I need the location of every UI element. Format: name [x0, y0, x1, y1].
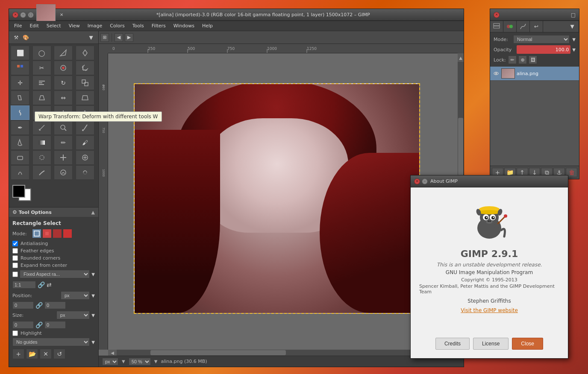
antialiasing-checkbox[interactable] [12, 241, 18, 246]
fixed-aspect-select[interactable]: Fixed Aspect ra... [20, 270, 90, 278]
mode-select[interactable]: Normal [513, 35, 570, 44]
smudge-button[interactable] [32, 165, 51, 180]
about-close-dialog-button[interactable]: Close [512, 338, 543, 350]
size-w-input[interactable] [12, 321, 34, 329]
nav-zoom-fit-icon[interactable]: ⊞ [100, 33, 109, 42]
ellipse-select-button[interactable]: ◯ [32, 46, 51, 60]
highlight-checkbox[interactable] [12, 330, 18, 336]
size-unit-arrow[interactable]: ▼ [91, 313, 95, 318]
close-window-button[interactable]: ✕ [12, 12, 18, 18]
toolbox-scroll-icon[interactable]: ▼ [87, 34, 95, 41]
menu-help[interactable]: Help [199, 22, 216, 29]
blend-button[interactable] [32, 135, 51, 150]
zoom-button[interactable] [54, 120, 73, 135]
rounded-corners-label[interactable]: Rounded corners [21, 255, 60, 261]
scrollbar-left-button[interactable]: ◀ [108, 350, 117, 356]
minimize-window-button[interactable]: – [20, 12, 26, 18]
dodge-burn-button[interactable] [11, 165, 29, 180]
status-unit-select[interactable]: px [102, 358, 118, 365]
layer-item-alina[interactable]: alina.png [490, 67, 579, 81]
menu-colors[interactable]: Colors [106, 22, 128, 29]
about-close-button[interactable]: ✕ [414, 178, 420, 184]
mode-add-button[interactable] [42, 229, 52, 238]
menu-image[interactable]: Image [84, 22, 106, 29]
tool-preset-open-button[interactable]: 📂 [26, 349, 38, 359]
crop-button[interactable] [76, 61, 94, 75]
menu-tools[interactable]: Tools [129, 22, 147, 29]
expand-center-checkbox[interactable] [12, 263, 18, 268]
panel-menu-button[interactable]: ▼ [566, 21, 579, 32]
lock-pixels-button[interactable]: ✏ [508, 56, 517, 64]
position-x-input[interactable] [12, 301, 34, 309]
tool-preset-delete-button[interactable]: ✕ [40, 349, 52, 359]
tab-paths[interactable] [517, 21, 530, 32]
rounded-corners-checkbox[interactable] [12, 255, 18, 261]
mode-new-button[interactable] [32, 229, 41, 238]
scissors-button[interactable]: ✂ [32, 61, 51, 75]
menu-file[interactable]: File [11, 22, 25, 29]
opacity-step-down[interactable]: ▼ [572, 47, 576, 52]
position-unit-arrow[interactable]: ▼ [91, 293, 95, 298]
visit-website-link[interactable]: Visit the GIMP website [461, 307, 518, 313]
maximize-window-button[interactable]: □ [28, 12, 34, 18]
align-button[interactable] [32, 76, 51, 90]
position-unit-select[interactable]: px [61, 291, 90, 300]
window-close-icon[interactable]: ✕ [60, 12, 63, 17]
highlight-label[interactable]: Highlight [21, 330, 42, 336]
position-y-input[interactable] [44, 301, 66, 309]
expand-center-label[interactable]: Expand from center [21, 263, 67, 268]
size-h-input[interactable] [44, 321, 66, 329]
tool-preset-new-button[interactable]: + [12, 349, 24, 359]
tab-layers[interactable] [490, 21, 503, 32]
guides-select[interactable]: No guides [12, 338, 90, 346]
nav-right-arrow[interactable]: ▶ [125, 33, 133, 42]
layer-visibility-button[interactable] [493, 70, 500, 77]
about-min-button[interactable]: – [422, 178, 428, 184]
ratio-input[interactable] [12, 281, 36, 289]
move-button[interactable]: ✛ [11, 76, 29, 90]
tool-preset-restore-button[interactable]: ↺ [53, 349, 65, 359]
lock-alpha-button[interactable]: 🖼 [529, 56, 537, 64]
tool-options-scroll[interactable]: ▲ [91, 210, 95, 215]
status-unit-arrow[interactable]: ▼ [122, 359, 125, 364]
status-zoom-arrow[interactable]: ▼ [154, 359, 158, 364]
status-zoom-select[interactable]: 50 % [129, 358, 151, 365]
perspective-button[interactable] [32, 91, 51, 105]
mode-intersect-button[interactable] [63, 229, 72, 238]
feather-edges-label[interactable]: Feather edges [21, 248, 54, 254]
size-unit-select[interactable]: px [56, 311, 90, 319]
nav-left-arrow[interactable]: ◀ [115, 33, 123, 42]
color-rotate-button[interactable] [76, 165, 94, 180]
fixed-aspect-arrow[interactable]: ▼ [91, 272, 95, 277]
lock-position-button[interactable]: ⊕ [518, 56, 527, 64]
foreground-color-swatch[interactable] [12, 185, 25, 198]
ink-button[interactable]: ✒ [11, 120, 29, 135]
scale-button[interactable] [76, 76, 94, 90]
ratio-swap-icon[interactable]: ⇄ [47, 281, 52, 288]
antialiasing-label[interactable]: Antialiasing [21, 241, 48, 246]
tab-channels[interactable] [503, 21, 517, 32]
color-picker-button[interactable] [76, 120, 94, 135]
measure-button[interactable] [32, 120, 51, 135]
eraser-button[interactable] [11, 150, 29, 165]
select-by-color-button[interactable] [11, 61, 29, 75]
paintbrush-button[interactable]: 🖌 [76, 135, 94, 150]
menu-windows[interactable]: Windows [170, 22, 198, 29]
airbrush-button[interactable] [32, 150, 51, 165]
foreground-select-button[interactable] [54, 61, 73, 75]
opacity-slider[interactable]: 100.0 [517, 45, 570, 54]
menu-edit[interactable]: Edit [26, 22, 42, 29]
bucket-fill-button[interactable] [11, 135, 29, 150]
toolbox-tab-icon[interactable]: ⚒ [12, 34, 20, 41]
convolve-button[interactable] [54, 165, 73, 180]
mode-select-arrow[interactable]: ▼ [572, 37, 576, 42]
shear-button[interactable] [11, 91, 29, 105]
cage-button[interactable] [76, 91, 94, 105]
flip-button[interactable]: ⇔ [54, 91, 73, 105]
credits-button[interactable]: Credits [435, 338, 470, 350]
heal-button[interactable] [76, 150, 94, 165]
clone-button[interactable] [54, 150, 73, 165]
menu-filters[interactable]: Filters [148, 22, 169, 29]
pencil-button[interactable]: ✏ [54, 135, 73, 150]
scrollbar-thumb-h[interactable] [150, 350, 286, 355]
